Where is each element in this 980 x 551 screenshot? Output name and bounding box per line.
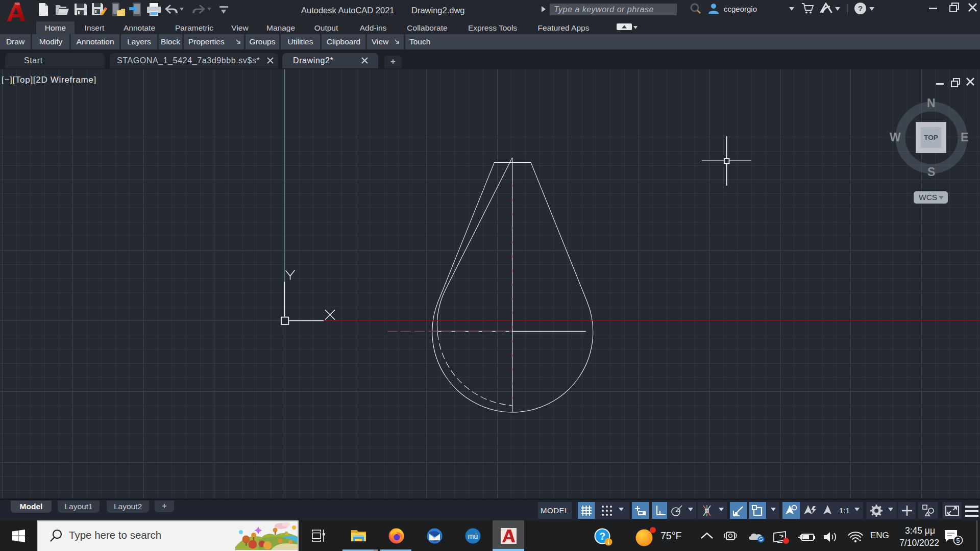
svg-text:mū: mū bbox=[468, 532, 477, 540]
svg-text:5: 5 bbox=[957, 537, 960, 544]
svg-text:?: ? bbox=[599, 531, 605, 542]
